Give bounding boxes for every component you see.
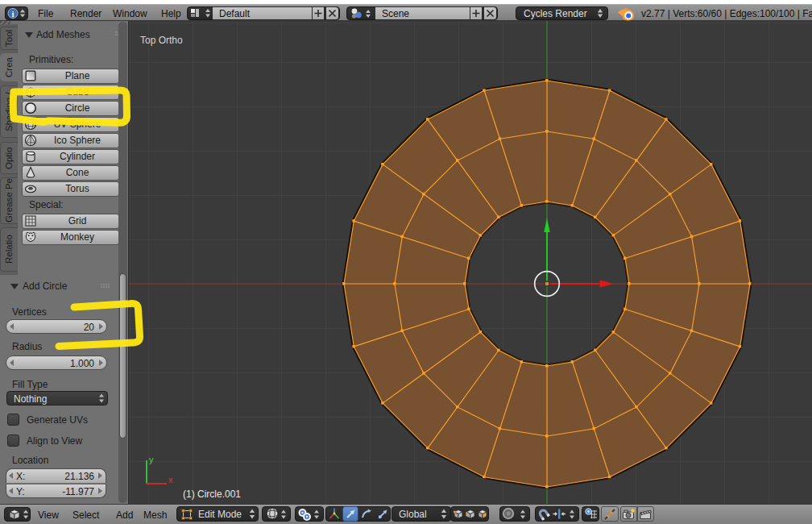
svg-text:i: i bbox=[11, 9, 14, 19]
svg-text:x: x bbox=[168, 475, 173, 484]
svg-text:y: y bbox=[149, 455, 154, 464]
